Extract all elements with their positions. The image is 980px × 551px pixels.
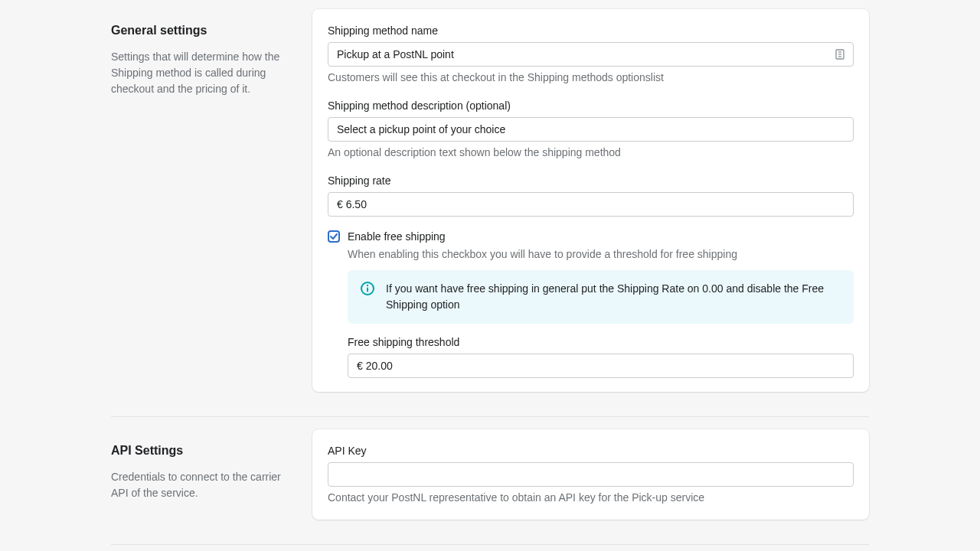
- method-desc-input[interactable]: [328, 117, 854, 142]
- threshold-input[interactable]: [348, 354, 854, 378]
- divider: [111, 416, 869, 417]
- rate-label: Shipping rate: [328, 173, 854, 189]
- threshold-label: Free shipping threshold: [348, 334, 854, 350]
- general-card: Shipping method name Customers will see …: [312, 9, 869, 392]
- free-shipping-label: Enable free shipping: [348, 229, 854, 245]
- free-shipping-banner: If you want have free shipping in genera…: [348, 270, 854, 324]
- method-desc-help: An optional description text shown below…: [328, 145, 854, 161]
- building-icon: [834, 48, 846, 60]
- section-desc-general: Settings that will determine how the Shi…: [111, 49, 297, 97]
- api-key-help: Contact your PostNL representative to ob…: [328, 490, 854, 506]
- section-title-general: General settings: [111, 21, 297, 40]
- method-name-label: Shipping method name: [328, 23, 854, 39]
- rate-input[interactable]: [328, 192, 854, 217]
- section-desc-api: Credentials to connect to the carrier AP…: [111, 469, 297, 501]
- api-key-label: API Key: [328, 443, 854, 459]
- free-shipping-help: When enabling this checkbox you will hav…: [348, 246, 854, 262]
- free-shipping-checkbox[interactable]: [328, 230, 340, 243]
- api-key-input[interactable]: [328, 462, 854, 487]
- section-title-api: API Settings: [111, 442, 297, 460]
- free-shipping-banner-text: If you want have free shipping in genera…: [386, 281, 841, 313]
- method-name-help: Customers will see this at checkout in t…: [328, 70, 854, 86]
- method-desc-label: Shipping method description (optional): [328, 98, 854, 114]
- divider: [111, 544, 869, 545]
- svg-point-5: [367, 285, 368, 286]
- svg-rect-6: [367, 288, 368, 292]
- info-icon: [360, 281, 375, 296]
- method-name-input[interactable]: [328, 42, 854, 67]
- api-card: API Key Contact your PostNL representati…: [312, 429, 869, 520]
